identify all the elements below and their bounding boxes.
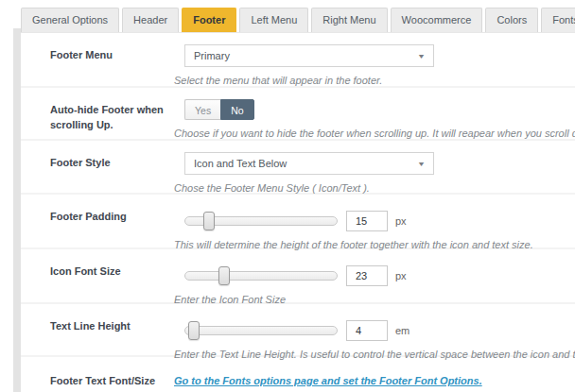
footer-padding-input[interactable] (346, 211, 388, 231)
footer-padding-label: Footer Padding (50, 206, 184, 247)
text-line-height-slider-handle[interactable] (188, 321, 200, 340)
text-line-height-unit: em (395, 325, 409, 336)
autohide-footer-label: Auto-hide Footer when scrolling Up. (50, 99, 184, 139)
icon-font-size-input[interactable] (346, 265, 388, 286)
footer-menu-selected-value: Primary (194, 50, 230, 61)
tab-general-options[interactable]: General Options (21, 8, 119, 32)
icon-font-size-label: Icon Font Size (50, 261, 184, 302)
setting-row-text-line-height: Text Line Height em Enter the Text Line … (21, 304, 575, 357)
tab-right-menu[interactable]: Right Menu (311, 8, 387, 32)
footer-style-help: Chose the Footer Menu Style ( Icon/Text … (174, 181, 564, 196)
autohide-yes-button[interactable]: Yes (184, 99, 220, 120)
setting-row-footer-text-font: Footer Text Font/Size Go to the Fonts op… (21, 357, 575, 392)
footer-padding-help: This will determine the height of the fo… (174, 238, 564, 252)
footer-padding-unit: px (395, 215, 407, 227)
footer-style-select[interactable]: Icon and Text Below ▼ (184, 152, 434, 175)
chevron-down-icon: ▼ (417, 161, 426, 167)
tab-colors[interactable]: Colors (485, 8, 538, 32)
footer-padding-slider[interactable] (184, 216, 338, 226)
setting-row-footer-padding: Footer Padding px This will determine th… (21, 195, 575, 249)
autohide-no-button[interactable]: No (220, 99, 253, 120)
setting-row-icon-font-size: Icon Font Size px Enter the Icon Font Si… (21, 249, 575, 304)
page-left-gutter (13, 28, 21, 392)
footer-menu-label: Footer Menu (50, 44, 184, 86)
tab-woocommerce[interactable]: Woocommerce (391, 8, 483, 32)
chevron-down-icon: ▼ (417, 53, 426, 60)
footer-style-selected-value: Icon and Text Below (194, 158, 287, 169)
text-line-height-help: Enter the Text Line Height. Is useful to… (174, 348, 564, 362)
icon-font-size-slider-handle[interactable] (218, 266, 230, 285)
icon-font-size-slider[interactable] (184, 271, 338, 281)
footer-style-label: Footer Style (50, 152, 184, 193)
footer-menu-select[interactable]: Primary ▼ (184, 44, 434, 67)
tab-footer[interactable]: Footer (182, 8, 236, 32)
text-line-height-label: Text Line Height (50, 315, 184, 355)
footer-menu-help: Select the menu that will appear in the … (174, 74, 564, 88)
autohide-footer-toggle: Yes No (184, 99, 254, 120)
options-tab-bar: General Options Header Footer Left Menu … (0, 0, 575, 32)
footer-padding-slider-handle[interactable] (203, 212, 215, 230)
tab-header[interactable]: Header (122, 8, 179, 32)
icon-font-size-unit: px (395, 270, 407, 281)
setting-row-autohide-footer: Auto-hide Footer when scrolling Up. Yes … (21, 88, 575, 141)
footer-options-panel: Footer Menu Primary ▼ Select the menu th… (21, 32, 575, 392)
tab-fonts[interactable]: Fonts (541, 8, 575, 32)
text-line-height-input[interactable] (346, 320, 388, 341)
setting-row-footer-menu: Footer Menu Primary ▼ Select the menu th… (21, 33, 575, 88)
fonts-options-link[interactable]: Go to the Fonts options page and set the… (174, 374, 482, 388)
autohide-footer-help: Choose if you want to hide the footer wh… (174, 127, 564, 141)
text-line-height-slider[interactable] (184, 326, 338, 335)
tab-left-menu[interactable]: Left Menu (239, 8, 308, 32)
icon-font-size-help: Enter the Icon Font Size (174, 293, 564, 307)
footer-text-font-label: Footer Text Font/Size (50, 368, 184, 392)
setting-row-footer-style: Footer Style Icon and Text Below ▼ Chose… (21, 141, 575, 195)
